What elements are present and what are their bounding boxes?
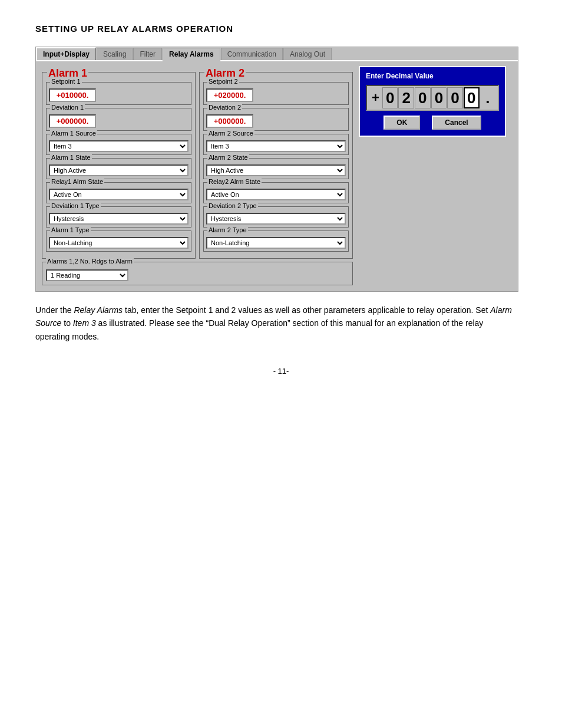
- tab-communication[interactable]: Communication: [221, 48, 283, 60]
- alarm1-relay-state-row: Active On Active Off: [49, 189, 189, 200]
- alarm1-state-select[interactable]: High Active Low Active: [49, 164, 189, 176]
- alarm2-source-box: Alarm 2 Source Item 3 Item 1 Item 2: [203, 134, 349, 155]
- decimal-digit-3[interactable]: 0: [431, 87, 447, 108]
- alarm2-column: Alarm 2 Setpoint 2 +020000. Deviation 2 …: [199, 72, 353, 259]
- decimal-display: + 0 2 0 0 0 0 .: [366, 85, 499, 111]
- tab-bar: Input+Display Scaling Filter Relay Alarm…: [36, 47, 518, 61]
- alarm2-deviation-value[interactable]: +000000.: [206, 114, 253, 128]
- decimal-digit-0[interactable]: 0: [382, 87, 398, 108]
- alarm1-type-select[interactable]: Non-Latching Latching: [49, 237, 189, 249]
- decimal-digit-4[interactable]: 0: [447, 87, 463, 108]
- alarm2-type-row: Non-Latching Latching: [206, 237, 346, 249]
- relay-alarms-ref: Relay Alarms: [74, 305, 123, 315]
- alarm2-relay-state-legend: Relay2 Alrm State: [207, 178, 262, 185]
- bottom-readings-select[interactable]: 1 Reading 2 Readings 3 Readings: [46, 269, 128, 281]
- alarm1-relay-state-legend: Relay1 Alrm State: [50, 178, 104, 185]
- alarm1-deviation-type-select[interactable]: Hysteresis Window: [49, 213, 189, 225]
- alarm1-type-legend: Alarm 1 Type: [50, 226, 91, 233]
- alarm2-setpoint-box: Setpoint 2 +020000.: [203, 82, 349, 105]
- alarm2-state-legend: Alarm 2 State: [207, 154, 249, 161]
- alarm2-deviation-type-legend: Deviation 2 Type: [207, 202, 258, 209]
- alarm1-relay-state-select[interactable]: Active On Active Off: [49, 189, 189, 200]
- alarm1-state-box: Alarm 1 State High Active Low Active: [46, 158, 191, 179]
- alarm2-setpoint-legend: Setpoint 2: [207, 78, 239, 85]
- alarm1-column: Alarm 1 Setpoint 1 +010000. Deviation 1 …: [42, 72, 196, 259]
- alarm1-setpoint-value[interactable]: +010000.: [49, 88, 96, 102]
- alarm2-source-legend: Alarm 2 Source: [207, 130, 254, 137]
- ok-button[interactable]: OK: [384, 116, 420, 130]
- alarm-columns-row: Alarm 1 Setpoint 1 +010000. Deviation 1 …: [42, 66, 353, 259]
- content-area: Alarm 1 Setpoint 1 +010000. Deviation 1 …: [36, 61, 518, 291]
- alarm1-setpoint-legend: Setpoint 1: [50, 78, 82, 85]
- alarm2-deviation-type-row: Hysteresis Window: [206, 213, 346, 225]
- decimal-digit-1[interactable]: 2: [398, 87, 414, 108]
- alarm2-source-select[interactable]: Item 3 Item 1 Item 2: [206, 140, 346, 152]
- decimal-digit-5[interactable]: 0: [464, 87, 480, 108]
- alarm1-deviation-type-row: Hysteresis Window: [49, 213, 189, 225]
- alarm2-setpoint-value[interactable]: +020000.: [206, 88, 253, 102]
- decimal-digit-2[interactable]: 0: [415, 87, 431, 108]
- alarm1-deviation-value[interactable]: +000000.: [49, 114, 96, 128]
- alarm2-relay-state-box: Relay2 Alrm State Active On Active Off: [203, 182, 349, 203]
- tab-scaling[interactable]: Scaling: [97, 48, 133, 60]
- alarm1-deviation-type-legend: Deviation 1 Type: [50, 202, 101, 209]
- bottom-readings-legend: Alarms 1,2 No. Rdgs to Alarm: [46, 258, 134, 265]
- alarm2-state-row: High Active Low Active: [206, 164, 346, 176]
- alarm2-type-box: Alarm 2 Type Non-Latching Latching: [203, 230, 349, 252]
- alarm1-source-row: Item 3 Item 1 Item 2: [49, 140, 189, 152]
- alarm2-deviation-type-select[interactable]: Hysteresis Window: [206, 213, 346, 225]
- alarm2-relay-state-select[interactable]: Active On Active Off: [206, 189, 346, 200]
- alarm2-deviation-type-box: Deviation 2 Type Hysteresis Window: [203, 206, 349, 228]
- alarm1-state-legend: Alarm 1 State: [50, 154, 92, 161]
- alarms-panel: Alarm 1 Setpoint 1 +010000. Deviation 1 …: [42, 66, 353, 285]
- decimal-sign: +: [369, 90, 382, 106]
- description-text: Under the Relay Alarms tab, enter the Se…: [35, 304, 518, 343]
- alarm1-type-row: Non-Latching Latching: [49, 237, 189, 249]
- alarm2-type-select[interactable]: Non-Latching Latching: [206, 237, 346, 249]
- decimal-dialog-title: Enter Decimal Value: [366, 72, 499, 80]
- alarm2-source-row: Item 3 Item 1 Item 2: [206, 140, 346, 152]
- item3-ref: Item 3: [73, 318, 96, 328]
- ui-container: Input+Display Scaling Filter Relay Alarm…: [35, 47, 518, 292]
- alarm1-source-box: Alarm 1 Source Item 3 Item 1 Item 2: [46, 134, 191, 155]
- tab-relay-alarms[interactable]: Relay Alarms: [163, 48, 220, 61]
- alarm1-deviation-legend: Deviation 1: [50, 104, 85, 111]
- alarm1-relay-state-box: Relay1 Alrm State Active On Active Off: [46, 182, 191, 203]
- page-number: - 11-: [35, 367, 527, 375]
- alarm2-deviation-box: Deviation 2 +000000.: [203, 108, 349, 131]
- alarm2-type-legend: Alarm 2 Type: [207, 226, 248, 233]
- page-title: SETTING UP RELAY ALARMS OPERATION: [35, 24, 527, 34]
- tab-analog-out[interactable]: Analog Out: [283, 48, 332, 60]
- alarm2-relay-state-row: Active On Active Off: [206, 189, 346, 200]
- tab-input-display[interactable]: Input+Display: [36, 47, 96, 60]
- alarm1-setpoint-box: Setpoint 1 +010000.: [46, 82, 191, 105]
- right-panel: Enter Decimal Value + 0 2 0 0 0 0 . OK C…: [359, 66, 512, 285]
- alarm1-type-box: Alarm 1 Type Non-Latching Latching: [46, 230, 191, 252]
- bottom-readings-row: 1 Reading 2 Readings 3 Readings: [46, 269, 349, 281]
- decimal-dialog: Enter Decimal Value + 0 2 0 0 0 0 . OK C…: [359, 66, 506, 137]
- alarm1-source-select[interactable]: Item 3 Item 1 Item 2: [49, 140, 189, 152]
- tab-filter[interactable]: Filter: [133, 48, 162, 60]
- decimal-buttons: OK Cancel: [366, 116, 499, 130]
- alarm2-deviation-legend: Deviation 2: [207, 104, 242, 111]
- alarm2-state-select[interactable]: High Active Low Active: [206, 164, 346, 176]
- alarm1-source-legend: Alarm 1 Source: [50, 130, 97, 137]
- alarm2-state-box: Alarm 2 State High Active Low Active: [203, 158, 349, 179]
- alarm1-deviation-box: Deviation 1 +000000.: [46, 108, 191, 131]
- decimal-decimal-point: .: [480, 87, 495, 108]
- alarm1-deviation-type-box: Deviation 1 Type Hysteresis Window: [46, 206, 191, 228]
- cancel-button[interactable]: Cancel: [432, 116, 481, 130]
- bottom-readings-box: Alarms 1,2 No. Rdgs to Alarm 1 Reading 2…: [42, 262, 353, 285]
- alarm1-state-row: High Active Low Active: [49, 164, 189, 176]
